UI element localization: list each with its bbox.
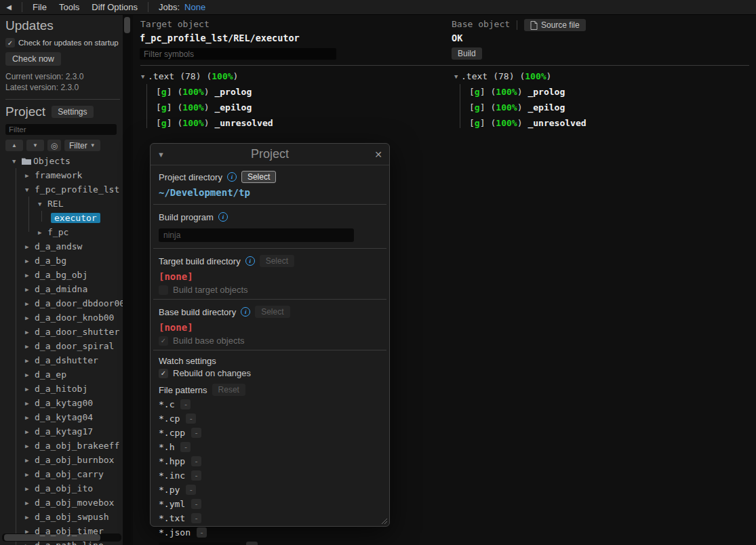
- build-button[interactable]: Build: [452, 47, 482, 60]
- tree-item[interactable]: ▶d_a_kytag04: [5, 410, 123, 424]
- tree-item[interactable]: ▶framework: [5, 168, 123, 182]
- expand-icon[interactable]: ▶: [25, 414, 35, 421]
- add-pattern-input[interactable]: [159, 542, 240, 545]
- tree-item[interactable]: ▶d_a_obj_carry: [5, 467, 123, 481]
- add-pattern-button[interactable]: +: [246, 542, 258, 545]
- checkbox-checked-icon[interactable]: ✓: [159, 369, 168, 378]
- remove-pattern-button[interactable]: -: [191, 428, 201, 438]
- target-build-directory-select-button[interactable]: Select: [260, 255, 294, 267]
- expand-icon[interactable]: ▶: [25, 471, 35, 478]
- expand-icon[interactable]: ▶: [25, 443, 35, 449]
- expand-icon[interactable]: ▶: [25, 371, 35, 378]
- tree-item[interactable]: ▶f_pc: [5, 225, 123, 239]
- expand-icon[interactable]: ▶: [25, 485, 35, 492]
- symbol-row[interactable]: g100%_unresolved: [138, 115, 437, 131]
- remove-pattern-button[interactable]: -: [197, 527, 207, 538]
- expand-icon[interactable]: ▶: [38, 229, 47, 236]
- tree-item[interactable]: ▼f_pc_profile_lst: [5, 182, 123, 197]
- tree-item[interactable]: ▶d_a_dshutter: [5, 353, 123, 367]
- expand-icon[interactable]: ▶: [25, 542, 35, 545]
- expand-icon[interactable]: ▶: [25, 500, 35, 506]
- base-build-directory-select-button[interactable]: Select: [255, 306, 290, 318]
- back-icon[interactable]: ◀: [0, 3, 18, 11]
- tree-item[interactable]: ▶d_a_ep: [5, 367, 123, 382]
- tree-item[interactable]: ▶d_a_kytag17: [5, 424, 123, 439]
- remove-pattern-button[interactable]: -: [180, 399, 191, 409]
- tree-filter-dropdown[interactable]: Filter ▼: [64, 140, 100, 151]
- project-filter-input[interactable]: [5, 124, 117, 135]
- tree-item[interactable]: executor: [5, 211, 123, 225]
- tree-item[interactable]: ▶d_a_obj_brakeeff: [5, 439, 123, 453]
- expand-icon[interactable]: ▶: [25, 357, 35, 364]
- remove-pattern-button[interactable]: -: [191, 513, 201, 523]
- expand-icon[interactable]: ▶: [25, 400, 35, 407]
- tree-item[interactable]: ▶d_a_obj_burnbox: [5, 453, 123, 467]
- remove-pattern-button[interactable]: -: [191, 470, 201, 481]
- resize-grip[interactable]: [380, 517, 388, 525]
- tree-item[interactable]: ▶d_a_bg_obj: [5, 268, 123, 282]
- tree-item[interactable]: ▶d_a_door_dbdoor00: [5, 296, 123, 310]
- tree-item[interactable]: ▶d_a_door_shutter: [5, 325, 123, 339]
- expand-icon[interactable]: ▶: [25, 428, 35, 435]
- symbol-row[interactable]: g100%_prolog: [452, 84, 750, 100]
- section-header[interactable]: ▼.text78100%: [138, 68, 437, 84]
- build-target-objects-checkbox[interactable]: ✓ Build target objects: [159, 285, 381, 295]
- settings-button[interactable]: Settings: [52, 106, 93, 118]
- tree-item[interactable]: ▶d_a_bg: [5, 254, 123, 268]
- remove-pattern-button[interactable]: -: [191, 499, 201, 509]
- scroll-up-button[interactable]: ▲: [5, 140, 23, 151]
- build-program-input[interactable]: [159, 228, 354, 242]
- updates-startup-checkbox[interactable]: ✓ Check for updates on startup: [5, 38, 123, 47]
- tree-item[interactable]: ▶d_a_obj_swpush: [5, 510, 123, 524]
- tree-item[interactable]: ▶d_a_obj_ito: [5, 481, 123, 496]
- tree-item[interactable]: ▶d_a_door_spiral: [5, 339, 123, 353]
- close-icon[interactable]: ✕: [369, 149, 382, 160]
- build-base-objects-checkbox[interactable]: ✓ Build base objects: [159, 336, 381, 346]
- expand-icon[interactable]: ▶: [25, 286, 35, 293]
- expand-icon[interactable]: ▶: [25, 315, 35, 321]
- tree-item[interactable]: ▶d_a_path_line: [5, 538, 123, 545]
- symbol-row[interactable]: g100%_unresolved: [452, 115, 750, 131]
- tree-item[interactable]: ▶d_a_door_knob00: [5, 310, 123, 325]
- remove-pattern-button[interactable]: -: [191, 456, 201, 466]
- expand-icon[interactable]: ▶: [25, 272, 35, 279]
- checkbox-checked-icon[interactable]: ✓: [5, 38, 15, 47]
- collapse-icon[interactable]: ▼: [25, 186, 35, 193]
- expand-icon[interactable]: ▶: [25, 258, 35, 264]
- reset-button[interactable]: Reset: [212, 384, 245, 396]
- tree-item[interactable]: ▶d_a_kytag00: [5, 396, 123, 410]
- expand-icon[interactable]: ▶: [25, 343, 35, 350]
- scrollbar-thumb[interactable]: [124, 17, 130, 33]
- locate-current-icon[interactable]: ◎: [47, 140, 61, 151]
- collapse-icon[interactable]: ▼: [452, 73, 461, 80]
- expand-icon[interactable]: ▶: [25, 457, 35, 464]
- checkbox-unchecked-icon[interactable]: ✓: [159, 285, 168, 295]
- expand-icon[interactable]: ▶: [25, 329, 35, 336]
- expand-icon[interactable]: ▶: [25, 172, 35, 179]
- menu-file[interactable]: File: [26, 2, 53, 12]
- tree-item[interactable]: ▶d_a_dmidna: [5, 282, 123, 296]
- dialog-title-bar[interactable]: ▼ Project ✕: [151, 144, 389, 165]
- remove-pattern-button[interactable]: -: [186, 485, 196, 495]
- remove-pattern-button[interactable]: -: [180, 442, 191, 452]
- remove-pattern-button[interactable]: -: [186, 413, 196, 424]
- tree-item[interactable]: ▶d_a_obj_timer: [5, 524, 123, 538]
- expand-icon[interactable]: ▶: [25, 386, 35, 392]
- rebuild-on-changes-checkbox[interactable]: ✓ Rebuild on changes: [159, 368, 381, 378]
- expand-icon[interactable]: ▶: [25, 528, 35, 535]
- project-directory-select-button[interactable]: Select: [241, 171, 276, 183]
- source-file-button[interactable]: Source file: [524, 19, 586, 31]
- tree-item[interactable]: ▶d_a_andsw: [5, 239, 123, 254]
- collapse-icon[interactable]: ▼: [157, 150, 171, 159]
- checkbox-checked-icon[interactable]: ✓: [159, 336, 168, 346]
- tree-item[interactable]: ▶d_a_obj_movebox: [5, 496, 123, 510]
- menu-tools[interactable]: Tools: [53, 2, 85, 12]
- expand-icon[interactable]: ▶: [25, 243, 35, 250]
- check-now-button[interactable]: Check now: [5, 52, 61, 66]
- symbol-filter-input[interactable]: [140, 48, 336, 60]
- section-header[interactable]: ▼.text78100%: [452, 68, 750, 84]
- collapse-icon[interactable]: ▼: [12, 158, 22, 165]
- symbol-row[interactable]: g100%_prolog: [138, 84, 437, 100]
- tree-item[interactable]: ▶d_a_hitobj: [5, 382, 123, 396]
- tree-item[interactable]: ▼REL: [5, 197, 123, 211]
